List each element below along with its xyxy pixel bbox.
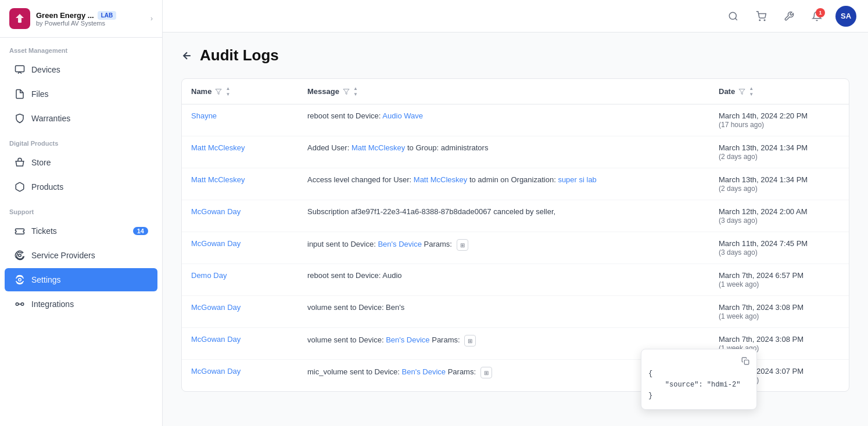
sidebar-item-devices[interactable]: Devices — [5, 58, 157, 81]
sidebar-item-integrations[interactable]: Integrations — [5, 293, 157, 316]
svg-line-8 — [735, 18, 737, 20]
app-logo — [9, 8, 30, 29]
name-link[interactable]: Matt McCleskey — [191, 143, 245, 152]
file-icon — [14, 88, 26, 100]
params-icon[interactable]: ⊞ — [457, 239, 468, 251]
sidebar-item-settings[interactable]: Settings — [5, 268, 157, 291]
sidebar-item-service-providers[interactable]: Service Providers — [5, 244, 157, 267]
name-link[interactable]: Shayne — [191, 111, 217, 120]
col-header-date: Date ▲▼ — [709, 79, 849, 104]
sidebar: Green Energy ... LAB by Powerful AV Syst… — [0, 0, 163, 426]
name-link[interactable]: McGowan Day — [191, 335, 241, 344]
col-header-name: Name ▲▼ — [182, 79, 298, 104]
message-cell: Access level changed for User: Matt McCl… — [298, 168, 709, 200]
topbar: 1 SA — [163, 0, 868, 33]
sort-icons-name[interactable]: ▲▼ — [225, 86, 230, 97]
sidebar-item-store[interactable]: Store — [5, 151, 157, 174]
back-button[interactable] — [181, 50, 193, 62]
audit-logs-table: Name ▲▼ Message — [182, 79, 849, 391]
sidebar-item-warranties[interactable]: Warranties — [5, 107, 157, 130]
name-link[interactable]: McGowan Day — [191, 239, 241, 248]
name-link[interactable]: McGowan Day — [191, 303, 241, 312]
name-link[interactable]: Matt McCleskey — [191, 175, 245, 184]
table-row: Shayne reboot sent to Device: Audio Wave… — [182, 104, 849, 136]
params-icon[interactable]: ⊞ — [480, 367, 492, 378]
message-cell: volume sent to Device: Ben's — [298, 296, 709, 328]
sort-icons-date[interactable]: ▲▼ — [749, 86, 754, 97]
audit-logs-table-container: Name ▲▼ Message — [181, 78, 849, 392]
sidebar-app-info: Green Energy ... LAB by Powerful AV Syst… — [36, 11, 145, 27]
filter-icon-date[interactable] — [738, 88, 745, 95]
store-icon — [14, 157, 26, 168]
date-cell: March 7th, 2024 6:57 PM (1 week ago) — [709, 264, 849, 296]
monitor-icon — [14, 64, 26, 75]
tools-button[interactable] — [780, 7, 798, 26]
svg-point-2 — [19, 254, 21, 257]
table-row: McGowan Day volume sent to Device: Ben's… — [182, 296, 849, 328]
message-cell: reboot sent to Device: Audio Wave — [298, 104, 709, 136]
sidebar-item-products[interactable]: Products — [5, 175, 157, 198]
wrench-icon — [14, 250, 26, 261]
table-row: McGowan Day input sent to Device: Ben's … — [182, 232, 849, 264]
params-icon[interactable]: ⊞ — [464, 335, 476, 346]
json-content: { "source": "hdmi-2" } — [648, 369, 749, 402]
section-label-asset-management: Asset Management — [0, 38, 162, 57]
svg-marker-14 — [739, 89, 745, 94]
shield-icon — [14, 113, 26, 124]
org-link[interactable]: super si lab — [558, 175, 596, 184]
svg-point-4 — [16, 303, 19, 306]
sidebar-item-files[interactable]: Files — [5, 82, 157, 106]
user-avatar[interactable]: SA — [835, 6, 856, 27]
svg-point-7 — [729, 12, 736, 19]
json-popup-header — [648, 356, 749, 365]
main-area: 1 SA Audit Logs Name — [163, 0, 868, 426]
sort-icons-message[interactable]: ▲▼ — [353, 86, 358, 97]
page-header: Audit Logs — [181, 46, 849, 64]
sidebar-item-tickets[interactable]: Tickets 14 — [5, 219, 157, 243]
app-title: Green Energy ... — [36, 11, 94, 20]
svg-rect-15 — [744, 360, 749, 364]
name-link[interactable]: McGowan Day — [191, 207, 241, 216]
files-label: Files — [31, 89, 49, 99]
table-row: Matt McCleskey Access level changed for … — [182, 168, 849, 200]
svg-point-10 — [764, 20, 765, 21]
app-subtitle: by Powerful AV Systems — [36, 20, 145, 27]
date-cell: March 12th, 2024 2:00 AM (3 days ago) — [709, 200, 849, 232]
search-button[interactable] — [724, 7, 743, 26]
filter-icon-message[interactable] — [343, 88, 350, 95]
user-link[interactable]: Matt McCleskey — [351, 143, 405, 152]
svg-rect-1 — [16, 66, 24, 72]
device-link[interactable]: Ben's Device — [378, 240, 421, 248]
notification-count-badge: 1 — [816, 8, 825, 17]
chevron-right-icon[interactable]: › — [150, 15, 153, 23]
message-cell: Subscription af3e97f1-22e3-41a6-8388-87b… — [298, 200, 709, 232]
cube-icon — [14, 181, 26, 193]
tickets-label: Tickets — [31, 226, 57, 236]
user-link[interactable]: Matt McCleskey — [414, 175, 467, 184]
device-link[interactable]: Ben's Device — [386, 335, 429, 344]
name-link[interactable]: McGowan Day — [191, 367, 241, 376]
message-cell: reboot sent to Device: Audio — [298, 264, 709, 296]
tickets-badge: 14 — [133, 227, 148, 235]
col-header-message: Message ▲▼ — [298, 79, 709, 104]
cart-button[interactable] — [752, 7, 770, 26]
svg-point-3 — [19, 279, 21, 281]
gear-icon — [14, 274, 26, 286]
date-cell: March 13th, 2024 1:34 PM (2 days ago) — [709, 136, 849, 168]
link-icon — [14, 298, 26, 310]
section-label-digital-products: Digital Products — [0, 131, 162, 150]
device-link[interactable]: Audio Wave — [382, 111, 423, 120]
table-row: Matt McCleskey Added User: Matt McCleske… — [182, 136, 849, 168]
page-title: Audit Logs — [200, 46, 279, 64]
device-link[interactable]: Ben's Device — [402, 367, 446, 376]
filter-icon-name[interactable] — [215, 88, 222, 95]
copy-icon[interactable] — [741, 356, 749, 365]
message-cell: Added User: Matt McCleskey to Group: adm… — [298, 136, 709, 168]
name-link[interactable]: Demo Day — [191, 271, 227, 280]
integrations-label: Integrations — [31, 299, 74, 309]
notifications-button[interactable]: 1 — [808, 7, 826, 26]
ticket-icon — [14, 225, 26, 237]
date-cell: March 13th, 2024 1:34 PM (2 days ago) — [709, 168, 849, 200]
sidebar-header[interactable]: Green Energy ... LAB by Powerful AV Syst… — [0, 0, 162, 38]
table-row: Demo Day reboot sent to Device: Audio Ma… — [182, 264, 849, 296]
